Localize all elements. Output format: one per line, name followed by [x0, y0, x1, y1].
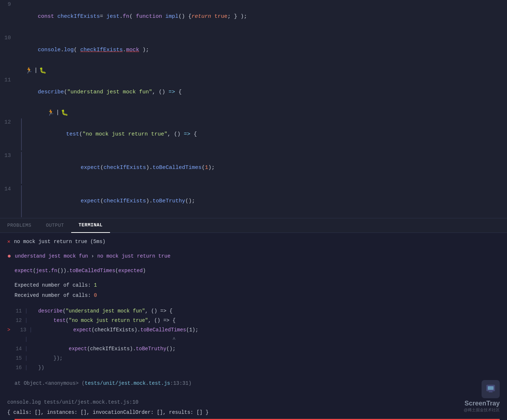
terminal-panel: ✕ no mock just return true (5ms) ● under…: [0, 233, 507, 420]
arrow-sep: ›: [88, 252, 97, 261]
code-content: console.log( checkIfExists.mock );: [18, 34, 507, 66]
code-line-13: 13 expect(checkIfExists).toBeCalledTimes…: [0, 151, 507, 185]
terminal-error-signature: expect(jest.fn()).toBeCalledTimes(expect…: [7, 266, 500, 276]
cs-line-15: 15 | });: [7, 354, 500, 363]
code-content: describe("understand jest mock fun", () …: [18, 76, 507, 108]
expected-value: 1: [94, 281, 97, 290]
code-line-12: 12 test("no mock just return true", () =…: [0, 118, 507, 151]
indent-bar: [21, 185, 22, 217]
screentray-name: ScreenTray: [465, 400, 500, 407]
code-content: test("no mock just return true", () => {: [25, 118, 507, 150]
tab-terminal[interactable]: TERMINAL: [71, 218, 110, 233]
panel-tabs: PROBLEMS OUTPUT TERMINAL: [0, 218, 507, 233]
dot-icon: ●: [7, 252, 11, 261]
code-line-11: 11 describe("understand jest mock fun", …: [0, 76, 507, 109]
suite-label: understand jest mock fun: [15, 252, 88, 261]
terminal-at-object: at Object.<anonymous> (tests/unit/jest.m…: [7, 378, 500, 388]
code-line-10: 10 console.log( checkIfExists.mock );: [0, 33, 507, 67]
code-content: expect(checkIfExists).toBeTruthy();: [25, 185, 507, 217]
code-content: expect(checkIfExists).toBeCalledTimes(1)…: [25, 152, 507, 184]
terminal-console-output: { calls: [], instances: [], invocationCa…: [7, 407, 500, 417]
line-number: 11: [0, 76, 18, 83]
tab-problems[interactable]: PROBLEMS: [0, 218, 38, 233]
cs-line-16: 16 | }): [7, 363, 500, 372]
emoji-run-debug-2: 🏃 | 🐛: [0, 109, 507, 118]
screentray-sub: @稀土掘金技术社区: [464, 407, 500, 413]
line-number: 13: [0, 152, 18, 159]
cs-line-caret: | ^: [7, 335, 500, 344]
code-content: const checkIfExists= jest.fn( function i…: [18, 1, 507, 33]
screentray-svg: [485, 383, 496, 395]
terminal-expected: Expected number of calls: 1: [7, 280, 500, 290]
terminal-code-snippet: 11 | describe("understand jest mock fun"…: [7, 305, 500, 374]
terminal-suite-test: ● understand jest mock fun › no mock jus…: [7, 251, 500, 261]
terminal-console-log-header: console.log tests/unit/jest.mock.test.js…: [7, 397, 500, 407]
svg-rect-1: [488, 386, 494, 390]
indent-bar: [21, 152, 22, 184]
fail-icon: ✕: [7, 237, 10, 246]
terminal-fail-test: ✕ no mock just return true (5ms): [7, 237, 500, 247]
file-link[interactable]: tests/unit/jest.mock.test.js: [85, 379, 170, 388]
line-number: 10: [0, 34, 18, 41]
terminal-received: Received number of calls: 0: [7, 290, 500, 300]
code-line-14: 14 expect(checkIfExists).toBeTruthy();: [0, 185, 507, 218]
line-number: 12: [0, 118, 18, 125]
cs-line-13: > 13 | expect(checkIfExists).toBeCalledT…: [7, 325, 500, 335]
indent-bar: [21, 118, 22, 150]
received-value: 0: [94, 291, 97, 300]
screentray-icon: [482, 380, 500, 398]
code-editor: 9 const checkIfExists= jest.fn( function…: [0, 0, 507, 218]
error-sig-expect: expect(jest.fn()).toBeCalledTimes(expect…: [15, 266, 146, 275]
emoji-run-debug: 🏃 | 🐛: [0, 67, 507, 76]
code-line-9: 9 const checkIfExists= jest.fn( function…: [0, 0, 507, 33]
tab-output[interactable]: OUTPUT: [38, 218, 71, 233]
cs-line-14: 14 | expect(checkIfExists).toBeTruthy();: [7, 344, 500, 354]
test-label: no mock just return true: [97, 252, 171, 261]
received-label: Received number of calls:: [15, 291, 91, 300]
expected-label: Expected number of calls:: [15, 281, 91, 290]
line-number: 9: [0, 1, 18, 8]
cs-line-11: 11 | describe("understand jest mock fun"…: [7, 306, 500, 316]
line-number: 14: [0, 185, 18, 192]
screentray-branding: ScreenTray @稀土掘金技术社区: [464, 380, 500, 413]
fail-test-label: no mock just return true (5ms): [14, 237, 105, 246]
cs-line-12: 12 | test("no mock just return true", ()…: [7, 316, 500, 325]
